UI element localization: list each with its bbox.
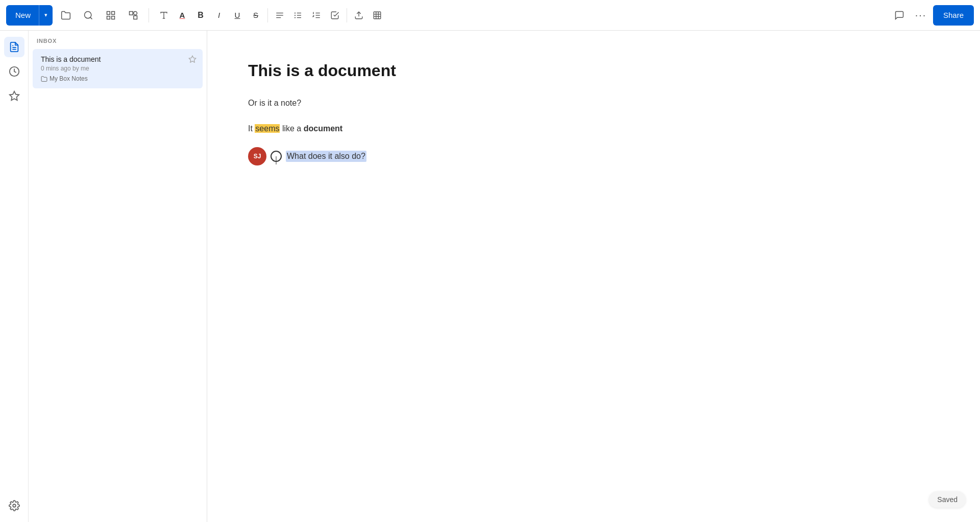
ordered-list-btn[interactable] <box>308 7 325 24</box>
svg-rect-24 <box>374 12 381 19</box>
svg-rect-2 <box>107 11 110 14</box>
align-btn[interactable] <box>271 7 288 24</box>
share-button[interactable]: Share <box>933 5 974 26</box>
more-options-btn[interactable]: ··· <box>912 6 930 25</box>
italic-btn[interactable]: I <box>210 7 228 24</box>
doc-para-2-prefix: It <box>248 124 255 133</box>
new-button[interactable]: New ▾ <box>6 5 53 26</box>
main-content: INBOX This is a document 0 mins ago by m… <box>0 31 980 522</box>
font-color-btn[interactable]: A <box>174 7 191 24</box>
sidebar-item-location-text: My Box Notes <box>50 75 88 82</box>
nav-starred-btn[interactable] <box>4 86 24 106</box>
avatar: SJ <box>248 147 266 165</box>
bold-btn[interactable]: B <box>192 7 209 24</box>
folder-small-icon <box>41 76 47 82</box>
svg-marker-32 <box>9 91 18 100</box>
main-toolbar: New ▾ A B I U <box>0 0 980 31</box>
layout-icon-btn[interactable] <box>102 6 120 25</box>
svg-rect-5 <box>112 16 115 19</box>
nav-history-btn[interactable] <box>4 61 24 82</box>
svg-point-19 <box>295 17 296 18</box>
document-area[interactable]: This is a document Or is it a note? It s… <box>207 31 980 522</box>
upload-btn[interactable] <box>350 7 368 24</box>
new-button-label: New <box>6 5 39 26</box>
doc-comment-line: SJ What does it also do? <box>248 147 939 165</box>
doc-para-1-text: Or is it a note? <box>248 99 301 107</box>
sidebar: INBOX This is a document 0 mins ago by m… <box>29 31 207 522</box>
new-dropdown-arrow[interactable]: ▾ <box>39 5 53 26</box>
left-nav <box>0 31 29 522</box>
doc-para-2-highlight: seems <box>255 124 280 133</box>
comment-cursor-icon <box>271 151 282 162</box>
folder-icon-btn[interactable] <box>57 6 75 25</box>
checklist-btn[interactable] <box>326 7 344 24</box>
svg-point-33 <box>13 504 16 507</box>
doc-para-2-middle: like a <box>280 124 303 133</box>
svg-line-1 <box>90 17 92 19</box>
shapes-icon-btn[interactable] <box>124 6 142 25</box>
svg-point-8 <box>134 11 137 15</box>
sidebar-item-0[interactable]: This is a document 0 mins ago by me My B… <box>33 49 203 88</box>
toolbar-divider-1 <box>149 8 149 22</box>
more-dots-icon: ··· <box>915 9 927 21</box>
sidebar-item-meta: 0 mins ago by me <box>41 65 194 72</box>
search-icon-btn[interactable] <box>79 6 97 25</box>
nav-notes-btn[interactable] <box>4 37 24 57</box>
doc-paragraph-1: Or is it a note? <box>248 97 939 110</box>
bullet-list-btn[interactable] <box>289 7 307 24</box>
svg-point-17 <box>295 12 296 13</box>
svg-marker-34 <box>189 56 195 62</box>
doc-paragraph-2: It seems like a document <box>248 122 939 135</box>
toolbar-divider-2 <box>267 8 268 22</box>
right-tools: ··· Share <box>890 5 974 26</box>
nav-settings-btn[interactable] <box>4 495 24 516</box>
underline-btn[interactable]: U <box>229 7 246 24</box>
format-toolbar: A B I U S <box>155 7 386 24</box>
svg-rect-6 <box>130 11 133 15</box>
svg-point-0 <box>85 11 91 18</box>
table-btn[interactable] <box>369 7 386 24</box>
svg-point-18 <box>295 14 296 15</box>
doc-para-3-selected: What does it also do? <box>286 151 366 162</box>
font-size-btn[interactable] <box>155 7 173 24</box>
doc-para-2-bold: document <box>304 124 342 133</box>
sidebar-section-label: INBOX <box>29 31 207 48</box>
sidebar-item-location: My Box Notes <box>41 75 194 82</box>
sidebar-item-title: This is a document <box>41 55 194 63</box>
comment-icon-btn[interactable] <box>890 6 909 25</box>
sidebar-item-star[interactable] <box>188 55 197 65</box>
svg-rect-3 <box>112 11 115 14</box>
toolbar-divider-3 <box>347 8 347 22</box>
saved-status-badge: Saved <box>929 491 966 508</box>
svg-rect-4 <box>107 16 110 19</box>
svg-rect-7 <box>134 15 137 19</box>
strikethrough-btn[interactable]: S <box>247 7 264 24</box>
document-title: This is a document <box>248 61 939 80</box>
